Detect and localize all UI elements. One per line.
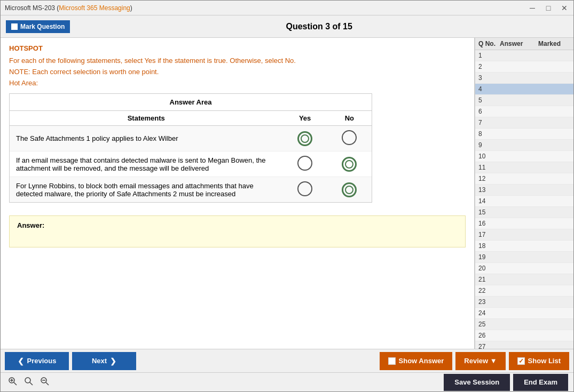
- sidebar-marked: [538, 231, 570, 238]
- window-controls: ─ □ ✕: [528, 4, 569, 12]
- yes-radio-unselected[interactable]: [297, 156, 312, 171]
- sidebar-marked: [538, 197, 570, 205]
- sidebar-item[interactable]: 6: [475, 106, 573, 117]
- svg-line-5: [30, 382, 33, 385]
- restore-button[interactable]: □: [544, 4, 553, 12]
- statement-row: For Lynne Robbins, to block both email m…: [10, 177, 372, 203]
- end-exam-button[interactable]: End Exam: [513, 374, 568, 391]
- sidebar-answer: [500, 85, 538, 93]
- main-content: HOTSPOT For each of the following statem…: [1, 38, 573, 349]
- sidebar-item[interactable]: 18: [475, 241, 573, 252]
- right-chevron-icon: ❯: [110, 357, 116, 365]
- sidebar-item[interactable]: 13: [475, 185, 573, 196]
- answer-section: Answer:: [9, 215, 466, 247]
- sidebar-item[interactable]: 3: [475, 73, 573, 84]
- zoom-controls: [6, 375, 52, 389]
- no-radio-selected[interactable]: [342, 157, 357, 172]
- show-answer-button[interactable]: Show Answer: [380, 352, 453, 370]
- sidebar-qno: 8: [478, 130, 500, 138]
- sidebar-item[interactable]: 22: [475, 285, 573, 297]
- sidebar-item[interactable]: 24: [475, 308, 573, 319]
- sidebar-item[interactable]: 26: [475, 330, 573, 341]
- yes-radio-unselected[interactable]: [297, 181, 312, 196]
- minimize-button[interactable]: ─: [528, 4, 537, 12]
- sidebar-qno: 11: [478, 164, 500, 171]
- no-radio[interactable]: [327, 177, 372, 203]
- sidebar-answer: [500, 276, 538, 283]
- sidebar-item[interactable]: 23: [475, 297, 573, 308]
- sidebar-marked: [538, 85, 570, 93]
- no-radio[interactable]: [327, 151, 372, 177]
- zoom-in-button[interactable]: [6, 375, 20, 389]
- svg-line-1: [14, 382, 17, 385]
- no-radio-selected[interactable]: [342, 182, 357, 197]
- show-answer-checkbox-icon: [388, 357, 396, 365]
- zoom-normal-button[interactable]: [22, 375, 36, 389]
- yes-radio-selected[interactable]: [297, 131, 312, 146]
- sidebar-item[interactable]: 2: [475, 61, 573, 73]
- sidebar-item[interactable]: 15: [475, 207, 573, 218]
- close-button[interactable]: ✕: [560, 4, 569, 12]
- show-list-button[interactable]: ✓ Show List: [509, 352, 569, 370]
- sidebar-qno: 1: [478, 52, 500, 59]
- sidebar-marked: [538, 298, 570, 306]
- sidebar-qno: 23: [478, 298, 500, 306]
- sidebar-item[interactable]: 9: [475, 140, 573, 151]
- sidebar-answer: [500, 153, 538, 160]
- sidebar-item[interactable]: 21: [475, 274, 573, 285]
- title-bar: Microsoft MS-203 (Microsoft 365 Messagin…: [1, 1, 573, 15]
- sidebar-marked: [538, 175, 570, 182]
- sidebar-item[interactable]: 4: [475, 84, 573, 95]
- sidebar-answer: [500, 164, 538, 171]
- sidebar-marked: [538, 119, 570, 126]
- statements-table: Statements Yes No The Safe Attachments 1…: [10, 111, 372, 202]
- sidebar-qno: 24: [478, 309, 500, 317]
- review-button[interactable]: Review ▼: [455, 352, 505, 370]
- sidebar-qno: 18: [478, 242, 500, 250]
- sidebar-answer: [500, 197, 538, 205]
- note-text: NOTE: Each correct selection is worth on…: [9, 68, 466, 76]
- sidebar-qno: 7: [478, 119, 500, 126]
- col-header-yes: Yes: [282, 111, 327, 126]
- yes-radio[interactable]: [282, 177, 327, 203]
- sidebar-item[interactable]: 1: [475, 50, 573, 61]
- sidebar-rows: 1234567891011121314151617181920212223242…: [475, 50, 573, 349]
- sidebar-marked: [538, 108, 570, 115]
- sidebar-marked: [538, 220, 570, 227]
- sidebar-answer: [500, 108, 538, 115]
- sidebar-item[interactable]: 5: [475, 95, 573, 106]
- sidebar-qno: 26: [478, 332, 500, 339]
- statement-text: For Lynne Robbins, to block both email m…: [10, 177, 282, 203]
- col-header-no: No: [327, 111, 372, 126]
- yes-radio[interactable]: [282, 151, 327, 177]
- answer-label: Answer:: [17, 221, 44, 229]
- instruction-text: For each of the following statements, se…: [9, 57, 466, 65]
- sidebar-item[interactable]: 10: [475, 151, 573, 162]
- bookmark-icon: [11, 23, 18, 30]
- yes-radio[interactable]: [282, 126, 327, 151]
- sidebar-item[interactable]: 12: [475, 173, 573, 185]
- sidebar-item[interactable]: 7: [475, 117, 573, 129]
- no-radio-unselected[interactable]: [342, 130, 357, 145]
- mark-question-button[interactable]: Mark Question: [6, 20, 70, 33]
- statement-row: The Safe Attachments 1 policy applies to…: [10, 126, 372, 151]
- sidebar-item[interactable]: 27: [475, 341, 573, 349]
- save-session-button[interactable]: Save Session: [444, 374, 510, 391]
- sidebar-item[interactable]: 14: [475, 196, 573, 207]
- toolbar: Mark Question Question 3 of 15: [1, 15, 573, 38]
- zoom-out-button[interactable]: [38, 375, 52, 389]
- sidebar-item[interactable]: 8: [475, 129, 573, 140]
- no-radio[interactable]: [327, 126, 372, 151]
- sidebar-item[interactable]: 19: [475, 252, 573, 263]
- next-button[interactable]: Next ❯: [72, 352, 136, 370]
- sidebar-item[interactable]: 16: [475, 218, 573, 229]
- sidebar-item[interactable]: 25: [475, 319, 573, 330]
- sidebar-item[interactable]: 11: [475, 162, 573, 173]
- sidebar-item[interactable]: 20: [475, 263, 573, 274]
- sidebar-answer: [500, 63, 538, 70]
- sidebar-qno: 10: [478, 153, 500, 160]
- sidebar-marked: [538, 63, 570, 70]
- sidebar-item[interactable]: 17: [475, 229, 573, 241]
- previous-button[interactable]: ❮ Previous: [5, 352, 69, 370]
- sidebar-answer: [500, 242, 538, 250]
